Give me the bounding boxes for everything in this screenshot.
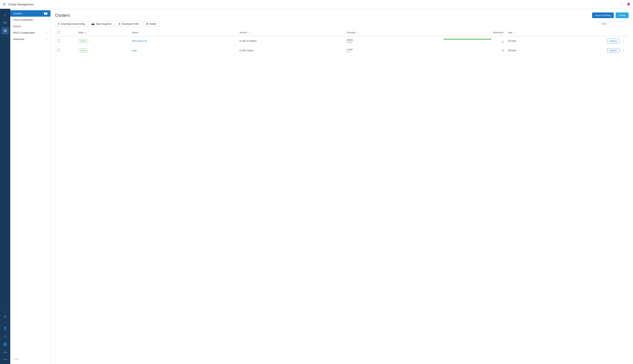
sidebar-version: v2.8.5 <box>10 356 50 362</box>
topbar-dots-icon[interactable]: ⋮ <box>620 2 624 6</box>
rke1-chevron-icon: › <box>47 32 48 34</box>
sidebar-drivers-label: Drivers <box>13 25 21 28</box>
take-snapshot-label: Take Snapshot <box>96 22 111 25</box>
col-header-state[interactable]: State ⇅ <box>76 29 130 36</box>
sidebar-clusters-badge: 2 <box>44 12 48 15</box>
delete-label: Delete <box>149 22 156 25</box>
name-sort-icon: ↓ <box>140 32 141 34</box>
rail-about[interactable]: About <box>2 348 9 356</box>
age-sort-icon: ⇅ <box>514 32 515 34</box>
age-1: 19 mins <box>508 49 516 52</box>
rail-puzzle[interactable]: ⬡ <box>2 332 9 340</box>
sidebar-clusters-label: Clusters <box>13 12 22 15</box>
take-snapshot-button[interactable]: 📷 Take Snapshot <box>89 21 114 27</box>
provider-main-1: Local <box>347 48 439 51</box>
row-actions-0: Explore ⋮ <box>562 39 626 44</box>
machines-count-0: 2 <box>443 40 504 43</box>
rail-divider-1 <box>3 36 8 37</box>
col-header-provider[interactable]: Provider ⇅ <box>345 29 441 36</box>
main-header: Clusters Import Existing Create <box>51 9 633 21</box>
header-actions: Import Existing Create <box>592 12 628 18</box>
table-row: Active eleni-azure-01 v1.28.11+rke2r1 Az… <box>55 36 628 46</box>
toolbar: ⬇ Download KubeConfig 📷 Take Snapshot ⬇ … <box>51 21 633 29</box>
rail-version: v2.8.5 <box>3 358 8 360</box>
download-yaml-label: Download YAML <box>121 22 139 25</box>
create-button[interactable]: Create <box>615 12 628 18</box>
col-header-version[interactable]: Version ⇅ <box>237 29 345 36</box>
table-container: State ⇅ Name ↓ Version ⇅ Provider ⇅ Mach… <box>51 29 633 364</box>
version-1: v1.28.7+k3s1 <box>239 49 254 52</box>
delete-icon: 🗑 <box>146 22 148 25</box>
cluster-link-0[interactable]: eleni-azure-01 <box>132 40 147 42</box>
rail-divider-3 <box>3 322 8 322</box>
select-all-checkbox[interactable] <box>57 31 60 34</box>
page-title: Clusters <box>55 13 70 18</box>
age-0: 15 mins <box>508 40 516 42</box>
sidebar-cloud-credentials-label: Cloud Credentials <box>13 18 33 21</box>
sidebar-item-drivers[interactable]: Drivers <box>10 23 50 30</box>
sidebar: Clusters 2 Cloud Credentials Drivers RKE… <box>10 9 51 364</box>
main-content: Clusters Import Existing Create ⬇ Downlo… <box>51 9 633 364</box>
col-header-name[interactable]: Name ↓ <box>130 29 237 36</box>
import-existing-button[interactable]: Import Existing <box>592 12 614 18</box>
icon-rail: ⌂ EA0 ⊞ ◎ 👤 ⬡ 🌐 About v2.8.5 <box>0 9 10 364</box>
status-badge-1: Active <box>78 48 88 52</box>
sidebar-advanced-label: Advanced <box>13 38 24 40</box>
download-yaml-button[interactable]: ⬇ Download YAML <box>116 21 142 27</box>
provider-sub-1: K3s <box>347 51 439 53</box>
rail-globe2[interactable]: 🌐 <box>2 340 9 348</box>
explore-button-0[interactable]: Explore <box>607 39 619 44</box>
take-snapshot-icon: 📷 <box>92 22 94 25</box>
filter-input[interactable] <box>599 21 628 27</box>
row-menu-button-0[interactable]: ⋮ <box>621 39 626 44</box>
version-sort-icon: ⇅ <box>249 32 250 34</box>
clusters-table: State ⇅ Name ↓ Version ⇅ Provider ⇅ Mach… <box>55 29 628 55</box>
rail-globe1[interactable]: ◎ <box>2 312 9 320</box>
menu-icon[interactable]: ☰ <box>3 2 6 6</box>
provider-sort-icon: ⇅ <box>357 32 358 34</box>
machines-bar-0 <box>443 39 491 40</box>
delete-button[interactable]: 🗑 Delete <box>143 21 159 27</box>
col-header-actions <box>559 29 628 36</box>
machines-count-1: 3 <box>443 49 504 52</box>
sidebar-item-rke1-configuration[interactable]: RKE1 Configuration › <box>10 30 50 36</box>
col-header-age[interactable]: Age ⇅ <box>506 29 559 36</box>
table-row: Active local v1.28.7+k3s1 Local K3s <box>55 46 628 55</box>
download-yaml-icon: ⬇ <box>118 22 120 25</box>
rail-cluster[interactable]: ⊞ <box>2 27 9 34</box>
row-actions-1: Explore ⋮ <box>562 48 626 53</box>
sidebar-item-cloud-credentials[interactable]: Cloud Credentials <box>10 17 50 23</box>
rail-home[interactable]: ⌂ <box>2 11 9 18</box>
sidebar-item-advanced[interactable]: Advanced › <box>10 36 50 42</box>
sidebar-rke1-label: RKE1 Configuration <box>13 31 35 34</box>
rail-user[interactable]: 👤 <box>2 324 9 332</box>
rail-ea0-label: EA0 <box>3 22 7 24</box>
rail-ea0[interactable]: EA0 <box>2 19 9 26</box>
status-badge-0: Active <box>78 39 88 43</box>
row-menu-button-1[interactable]: ⋮ <box>621 48 626 53</box>
rail-about-label: About <box>3 351 7 353</box>
download-kubeconfig-button[interactable]: ⬇ Download KubeConfig <box>55 21 87 27</box>
state-sort-icon: ⇅ <box>85 32 87 34</box>
download-kubeconfig-label: Download KubeConfig <box>61 22 85 25</box>
row-checkbox-1[interactable] <box>57 49 60 52</box>
download-kubeconfig-icon: ⬇ <box>58 22 60 25</box>
version-0: v1.28.11+rke2r1 <box>239 40 257 42</box>
provider-sub-0: RKE2 <box>347 41 439 44</box>
row-checkbox-0[interactable] <box>57 39 60 42</box>
cluster-link-1[interactable]: local <box>132 49 137 52</box>
sidebar-item-clusters[interactable]: Clusters 2 <box>10 10 50 17</box>
topbar-title: Cluster Management <box>8 3 34 6</box>
provider-main-0: Azure <box>347 38 439 41</box>
col-header-machines[interactable]: Machines <box>441 29 506 36</box>
explore-button-1[interactable]: Explore <box>607 48 619 53</box>
topbar-logo-icon: ✚ <box>627 2 630 7</box>
advanced-chevron-icon: › <box>47 38 48 40</box>
